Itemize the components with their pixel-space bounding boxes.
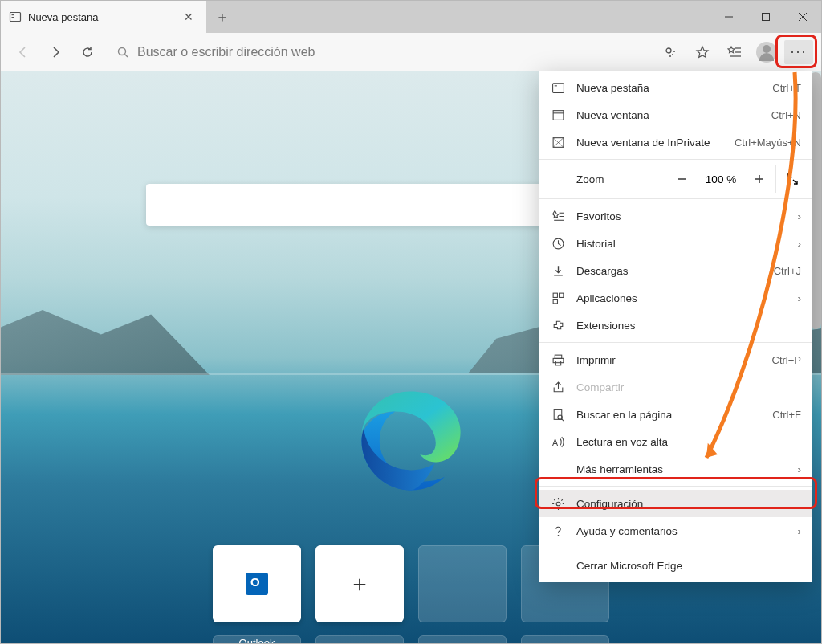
menu-zoom-row: Zoom 100 % <box>539 163 812 195</box>
quick-link-placeholder <box>315 635 404 643</box>
browser-tab[interactable]: Nueva pestaña ✕ <box>1 1 206 33</box>
search-icon <box>116 46 129 59</box>
zoom-value: 100 % <box>698 173 743 185</box>
svg-point-11 <box>673 51 675 52</box>
toolbar: Buscar o escribir dirección web ··· <box>1 33 821 71</box>
svg-rect-2 <box>12 17 14 18</box>
forward-button[interactable] <box>41 38 70 67</box>
fullscreen-button[interactable] <box>775 165 808 193</box>
share-icon <box>551 380 565 394</box>
menu-settings[interactable]: Configuración <box>539 490 812 517</box>
window-close-button[interactable] <box>784 1 821 33</box>
menu-new-window[interactable]: Nueva ventana Ctrl+N <box>539 101 812 128</box>
add-quick-link-button[interactable]: ＋ <box>315 545 404 622</box>
find-icon <box>551 407 565 422</box>
quick-link-placeholder <box>213 635 301 643</box>
outlook-icon <box>246 573 268 595</box>
svg-rect-16 <box>552 83 564 92</box>
svg-rect-1 <box>12 14 14 15</box>
profile-avatar-icon <box>756 42 777 63</box>
menu-extensions[interactable]: Extensiones <box>539 312 812 339</box>
titlebar-drag-area[interactable] <box>238 1 710 33</box>
chevron-right-icon: › <box>798 238 802 250</box>
svg-rect-31 <box>555 355 562 358</box>
address-bar[interactable]: Buscar o escribir dirección web <box>105 39 653 66</box>
svg-rect-0 <box>10 13 21 22</box>
svg-point-38 <box>556 502 560 506</box>
menu-read-aloud[interactable]: A Lectura en voz alta <box>539 428 812 455</box>
svg-point-39 <box>557 534 559 536</box>
svg-rect-28 <box>553 293 557 297</box>
extensions-icon <box>551 318 565 332</box>
menu-share: Compartir <box>539 373 812 401</box>
menu-help[interactable]: Ayuda y comentarios › <box>539 517 812 544</box>
tab-close-button[interactable]: ✕ <box>179 9 198 25</box>
favorites-icon <box>551 209 565 223</box>
tracking-prevention-button[interactable] <box>656 38 685 67</box>
settings-and-more-menu: Nueva pestaña Ctrl+T Nueva ventana Ctrl+… <box>539 71 812 582</box>
quick-links-row-2 <box>213 635 609 643</box>
svg-rect-29 <box>559 293 563 297</box>
titlebar: Nueva pestaña ✕ ＋ <box>1 1 821 33</box>
quick-link-placeholder <box>418 635 507 643</box>
help-icon <box>551 524 565 538</box>
history-icon <box>551 236 565 251</box>
menu-new-tab[interactable]: Nueva pestaña Ctrl+T <box>539 74 812 101</box>
apps-icon <box>551 291 565 305</box>
tab-page-icon <box>9 10 22 23</box>
svg-line-8 <box>125 54 128 57</box>
menu-new-inprivate[interactable]: Nueva ventana de InPrivate Ctrl+Mayús+N <box>539 128 812 156</box>
inprivate-icon <box>551 135 565 149</box>
svg-point-10 <box>672 54 673 55</box>
read-aloud-icon: A <box>551 434 565 449</box>
menu-apps[interactable]: Aplicaciones › <box>539 284 812 312</box>
back-button[interactable] <box>9 38 38 67</box>
svg-line-36 <box>561 418 564 421</box>
new-tab-icon <box>551 80 565 95</box>
quick-link-outlook[interactable] <box>213 545 301 622</box>
svg-point-7 <box>119 47 126 55</box>
address-bar-placeholder: Buscar o escribir dirección web <box>137 45 315 59</box>
svg-rect-17 <box>554 85 556 86</box>
favorite-star-button[interactable] <box>688 38 717 67</box>
favorites-list-button[interactable] <box>720 38 749 67</box>
menu-print[interactable]: Imprimir Ctrl+P <box>539 346 812 373</box>
svg-rect-18 <box>553 110 564 120</box>
downloads-icon <box>551 263 565 278</box>
edge-logo-icon <box>355 385 467 497</box>
chevron-right-icon: › <box>798 525 802 537</box>
new-window-icon <box>551 108 565 122</box>
profile-button[interactable] <box>752 38 781 67</box>
menu-favorites[interactable]: Favoritos › <box>539 202 812 230</box>
new-tab-button[interactable]: ＋ <box>206 1 238 33</box>
settings-and-more-button[interactable]: ··· <box>784 40 813 64</box>
gear-icon <box>551 496 565 511</box>
plus-icon: ＋ <box>348 569 371 599</box>
chevron-right-icon: › <box>798 210 802 222</box>
quick-link-placeholder <box>418 545 507 622</box>
svg-rect-4 <box>763 14 770 21</box>
menu-downloads[interactable]: Descargas Ctrl+J <box>539 257 812 284</box>
refresh-button[interactable] <box>73 38 102 67</box>
menu-history[interactable]: Historial › <box>539 230 812 257</box>
chevron-right-icon: › <box>798 292 802 304</box>
zoom-in-button[interactable] <box>743 165 775 193</box>
menu-find-on-page[interactable]: Buscar en la página Ctrl+F <box>539 401 812 428</box>
zoom-out-button[interactable] <box>666 165 698 193</box>
quick-link-placeholder <box>521 635 609 643</box>
menu-close-edge[interactable]: Cerrar Microsoft Edge <box>539 552 812 579</box>
window-minimize-button[interactable] <box>710 1 747 33</box>
svg-rect-30 <box>553 299 557 303</box>
svg-point-9 <box>666 48 671 53</box>
window-maximize-button[interactable] <box>747 1 784 33</box>
menu-more-tools[interactable]: Más herramientas › <box>539 455 812 483</box>
svg-text:A: A <box>552 437 559 446</box>
tab-title: Nueva pestaña <box>28 11 98 23</box>
svg-point-12 <box>669 55 671 57</box>
print-icon <box>551 353 565 367</box>
chevron-right-icon: › <box>798 463 802 475</box>
